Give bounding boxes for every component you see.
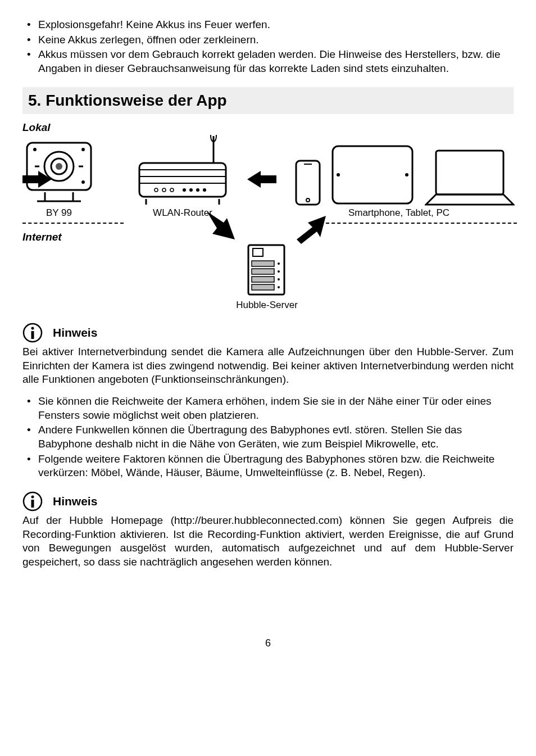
app-diagram: BY 99 WLAN-Router: [22, 138, 517, 319]
info-icon: [22, 491, 43, 511]
svg-point-25: [203, 188, 206, 192]
list-item: Sie können die Reichweite der Kamera erh…: [22, 395, 514, 422]
svg-point-3: [56, 163, 62, 170]
svg-marker-12: [22, 171, 52, 188]
hinweis-row: Hinweis: [22, 491, 514, 511]
svg-point-46: [278, 270, 280, 273]
svg-marker-36: [426, 194, 514, 205]
server-icon: [246, 243, 287, 297]
svg-rect-43: [252, 277, 274, 282]
dashed-divider: [22, 223, 124, 224]
svg-marker-37: [207, 211, 235, 239]
hinweis-row: Hinweis: [22, 323, 514, 343]
svg-point-47: [278, 278, 280, 280]
svg-rect-42: [252, 269, 274, 274]
svg-point-33: [337, 173, 340, 176]
tips-list: Sie können die Reichweite der Kamera erh…: [22, 395, 514, 480]
hinweis-label: Hinweis: [53, 494, 97, 509]
svg-point-6: [33, 148, 37, 151]
svg-point-23: [189, 188, 193, 192]
tablet-icon: [330, 144, 415, 206]
svg-point-50: [31, 327, 34, 329]
list-item: Folgende weitere Faktoren können die Übe…: [22, 452, 514, 480]
svg-point-21: [170, 188, 174, 192]
server-label: Hubble-Server: [225, 299, 309, 311]
svg-rect-54: [31, 500, 34, 508]
svg-rect-15: [139, 163, 226, 197]
info-icon: [22, 323, 43, 343]
svg-rect-44: [252, 284, 274, 290]
svg-point-48: [278, 286, 280, 288]
svg-point-45: [278, 262, 280, 265]
svg-rect-51: [31, 331, 34, 339]
svg-point-19: [155, 188, 158, 192]
page-number: 6: [22, 637, 514, 650]
svg-point-20: [162, 188, 166, 192]
camera-label: BY 99: [22, 207, 96, 219]
hinweis-label: Hinweis: [53, 325, 97, 340]
arrow-up-right-icon: [281, 211, 326, 245]
list-item: Explosionsgefahr! Keine Akkus ins Feuer …: [22, 18, 514, 32]
svg-marker-28: [247, 171, 276, 188]
hinweis1-text: Bei aktiver Internetverbindung sendet di…: [22, 345, 514, 387]
svg-rect-41: [252, 261, 274, 266]
svg-point-34: [405, 173, 408, 176]
laptop-icon: [425, 148, 515, 207]
smartphone-icon: [295, 160, 321, 206]
svg-point-24: [196, 188, 199, 192]
top-warnings-list: Explosionsgefahr! Keine Akkus ins Feuer …: [22, 18, 514, 76]
svg-point-7: [81, 148, 85, 151]
router-icon: [135, 135, 230, 208]
dashed-divider: [326, 223, 517, 224]
svg-point-30: [306, 198, 310, 202]
list-item: Akkus müssen vor dem Gebrauch korrekt ge…: [22, 48, 514, 75]
svg-point-8: [81, 180, 85, 184]
list-item: Keine Akkus zerlegen, öffnen oder zerkle…: [22, 33, 514, 47]
arrow-right-icon: [22, 171, 52, 188]
devices-label: Smartphone, Tablet, PC: [303, 207, 494, 219]
svg-rect-32: [333, 146, 412, 203]
svg-point-22: [183, 188, 186, 192]
svg-point-53: [31, 496, 34, 499]
svg-rect-35: [436, 151, 503, 194]
arrow-left-icon: [247, 171, 276, 188]
section-heading: 5. Funktionsweise der App: [22, 87, 514, 114]
svg-marker-38: [297, 216, 326, 244]
list-item: Andere Funkwellen können die Übertragung…: [22, 423, 514, 451]
arrow-down-right-icon: [207, 211, 252, 245]
subheading-internet: Internet: [22, 230, 62, 245]
subheading-lokal: Lokal: [22, 121, 514, 135]
svg-rect-40: [253, 248, 263, 256]
hinweis2-text: Auf der Hubble Homepage (http://beurer.h…: [22, 514, 514, 569]
